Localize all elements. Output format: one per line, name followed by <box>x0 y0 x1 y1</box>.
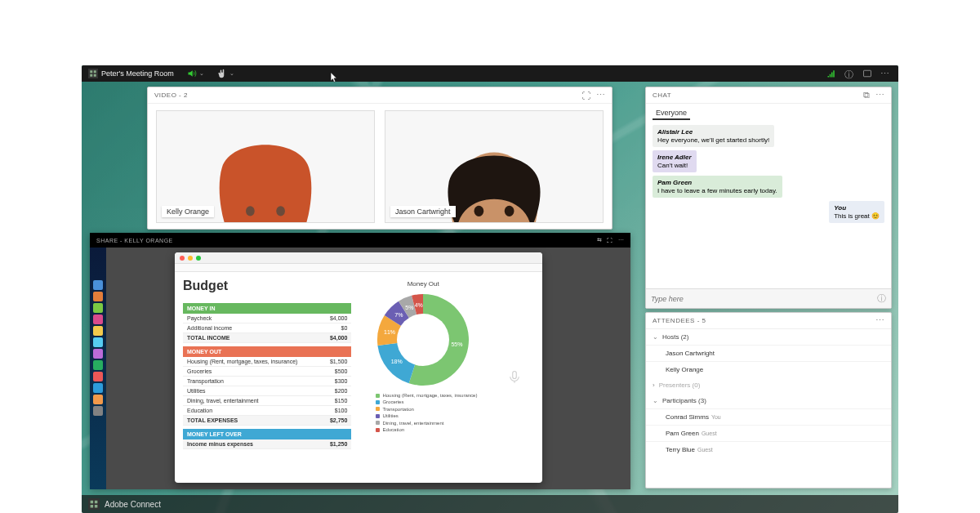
budget-row: Additional income$0 <box>183 323 351 333</box>
budget-row: Education$100 <box>183 406 351 416</box>
section-money-in: MONEY IN <box>183 303 351 314</box>
video-pod-header[interactable]: VIDEO - 2 ⛶ ⋯ <box>148 87 612 104</box>
svg-text:55%: 55% <box>452 341 463 347</box>
signal-icon[interactable] <box>826 69 836 78</box>
chat-input[interactable] <box>651 295 877 303</box>
svg-text:7%: 7% <box>394 312 403 318</box>
attendees-title: ATTENDEES - 5 <box>653 317 706 324</box>
chevron-down-icon: ⌄ <box>229 70 234 77</box>
more-icon[interactable]: ⋯ <box>618 237 625 243</box>
video-tile[interactable]: Kelly Orange <box>156 110 375 223</box>
video-pod-title: VIDEO - 2 <box>154 91 188 99</box>
section-money-left: MONEY LEFT OVER <box>183 429 351 439</box>
video-tiles: Kelly Orange Jason Cartwright <box>148 104 612 230</box>
share-pod-title: SHARE - KELLY ORANGE <box>96 238 173 243</box>
svg-rect-0 <box>88 69 98 78</box>
chevron-down-icon: ⌄ <box>199 70 204 77</box>
chat-message: Alistair LeeHey everyone, we'll get star… <box>653 125 774 147</box>
budget-document: Budget MONEY IN Paycheck$4,000Additional… <box>175 252 542 483</box>
request-mic[interactable] <box>495 277 534 478</box>
attendee-row[interactable]: Terry BlueGuest <box>646 441 891 457</box>
hosts-section[interactable]: ⌄Hosts (2) <box>646 329 891 345</box>
mac-dock <box>90 248 106 489</box>
section-money-out: MONEY OUT <box>183 346 351 357</box>
more-icon[interactable]: ⋯ <box>596 90 606 100</box>
budget-row: Utilities$200 <box>183 386 351 396</box>
fullscreen-icon[interactable] <box>862 69 872 78</box>
chat-messages: Alistair LeeHey everyone, we'll get star… <box>646 120 891 288</box>
presenters-section[interactable]: ›Presenters (0) <box>646 377 891 393</box>
svg-point-5 <box>246 206 255 216</box>
chevron-right-icon: › <box>653 381 655 389</box>
share-pod-header[interactable]: SHARE - KELLY ORANGE ⇆ ⛶ ⋯ <box>90 233 630 248</box>
chat-message: YouThis is great 😊 <box>829 201 884 223</box>
svg-rect-1 <box>864 70 871 77</box>
money-out-donut-chart: 55%18%11%7%5%4% <box>374 291 472 389</box>
attendee-row[interactable]: Conrad SimmsYou <box>646 408 891 425</box>
video-name-tag: Jason Cartwright <box>390 206 456 217</box>
chevron-down-icon: ⌄ <box>653 397 658 404</box>
chevron-down-icon: ⌄ <box>653 333 658 341</box>
footer-bar: Adobe Connect <box>82 495 898 513</box>
more-icon[interactable]: ⋯ <box>875 90 885 100</box>
svg-text:18%: 18% <box>391 359 403 364</box>
attendee-row[interactable]: Kelly Orange <box>646 361 891 377</box>
speaker-menu[interactable]: ⌄ <box>180 69 211 78</box>
budget-row: Transportation$300 <box>183 377 351 386</box>
chart-legend: Housing (Rent, mortgage, taxes, insuranc… <box>366 392 477 433</box>
raise-hand-menu[interactable]: ⌄ <box>211 69 241 78</box>
video-name-tag: Kelly Orange <box>162 206 214 217</box>
maximize-icon[interactable]: ⛶ <box>607 238 613 243</box>
chat-tab-everyone[interactable]: Everyone <box>653 107 690 120</box>
participants-section[interactable]: ⌄Participants (3) <box>646 393 891 408</box>
svg-point-10 <box>474 206 484 216</box>
app-logo: Peter's Meeting Room <box>82 69 180 78</box>
attendees-pod: ATTENDEES - 5 ⋯ ⌄Hosts (2) Jason Cartwri… <box>645 312 892 488</box>
budget-row: Paycheck$4,000 <box>183 314 351 323</box>
more-icon[interactable]: ⋯ <box>875 315 885 326</box>
room-title: Peter's Meeting Room <box>101 69 174 78</box>
svg-text:5%: 5% <box>405 305 413 310</box>
chat-pod-header[interactable]: CHAT ⧉ ⋯ <box>646 87 891 104</box>
share-pod: SHARE - KELLY ORANGE ⇆ ⛶ ⋯ Budget <box>90 233 630 489</box>
chat-pod: CHAT ⧉ ⋯ Everyone Alistair LeeHey everyo… <box>645 87 892 309</box>
mouse-cursor-icon <box>330 72 338 83</box>
budget-row: Dining, travel, entertainment$150 <box>183 396 351 406</box>
chat-input-row: ⓘ <box>646 288 891 308</box>
chat-message: Pam GreenI have to leave a few minutes e… <box>653 176 782 198</box>
chat-message: Irene AdlerCan't wait! <box>653 150 697 172</box>
attendees-pod-header[interactable]: ATTENDEES - 5 ⋯ <box>646 313 891 329</box>
footer-label: Adobe Connect <box>105 500 161 509</box>
video-tile[interactable]: Jason Cartwright <box>385 110 604 223</box>
attendee-row[interactable]: Jason Cartwright <box>646 345 891 361</box>
help-icon[interactable]: ⓘ <box>844 69 854 78</box>
svg-text:11%: 11% <box>384 329 395 335</box>
more-menu-icon[interactable]: ⋯ <box>880 69 890 78</box>
doc-title: Budget <box>183 279 351 293</box>
svg-rect-18 <box>88 498 100 510</box>
chart-title: Money Out <box>408 280 439 288</box>
video-pod: VIDEO - 2 ⛶ ⋯ Kelly Orange <box>147 87 612 230</box>
maximize-icon[interactable]: ⛶ <box>581 91 591 100</box>
svg-point-6 <box>276 206 285 216</box>
budget-row: Groceries$500 <box>183 367 351 377</box>
popout-icon[interactable]: ⧉ <box>863 90 871 100</box>
chat-help-icon[interactable]: ⓘ <box>877 292 886 305</box>
shared-screen: Budget MONEY IN Paycheck$4,000Additional… <box>106 248 630 489</box>
svg-text:4%: 4% <box>415 302 423 308</box>
svg-point-11 <box>505 206 514 216</box>
top-menu-bar: Peter's Meeting Room ⌄ ⌄ ⓘ ⋯ <box>82 65 898 82</box>
chat-pod-title: CHAT <box>653 91 671 99</box>
sync-icon[interactable]: ⇆ <box>597 237 603 243</box>
attendee-row[interactable]: Pam GreenGuest <box>646 425 891 441</box>
budget-row: Housing (Rent, mortgage, taxes, insuranc… <box>183 357 351 367</box>
